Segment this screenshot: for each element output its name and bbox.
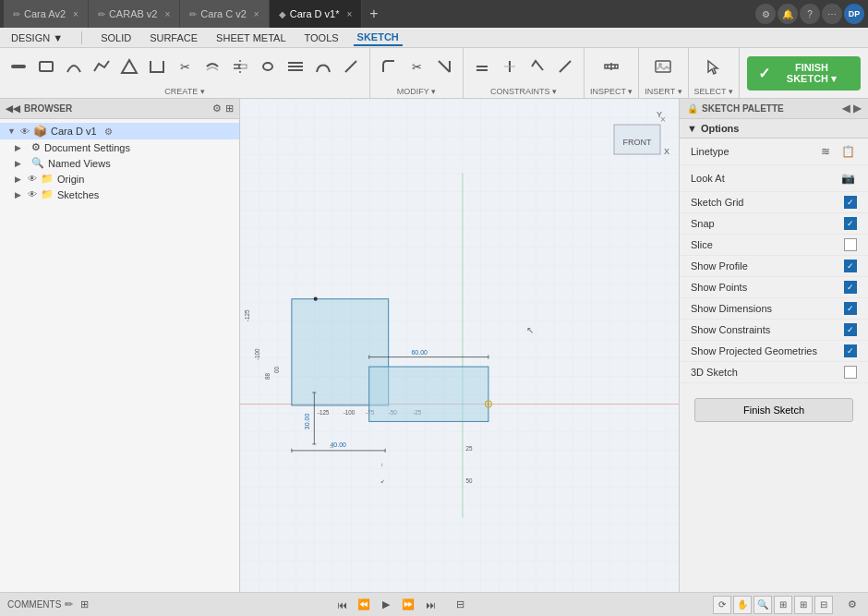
tab-close-2[interactable]: ×	[164, 9, 170, 19]
tree-root-settings-icon[interactable]: ⚙	[104, 127, 113, 137]
palette-checkbox-showdimensions[interactable]: ✓	[844, 302, 857, 315]
view-btn-zoom[interactable]: 🔍	[753, 596, 772, 614]
playback-next[interactable]: ⏩	[400, 597, 416, 613]
view-btn-more[interactable]: ⊟	[814, 596, 833, 614]
browser-collapse-icon[interactable]: ◀◀	[6, 103, 20, 114]
tree-item-doc-settings[interactable]: ▶ ⚙ Document Settings	[0, 139, 239, 155]
create-conic-icon[interactable]	[310, 54, 336, 79]
constraint-1-icon[interactable]	[469, 54, 495, 79]
create-slot-icon[interactable]	[255, 54, 281, 79]
inspect-measure-icon[interactable]	[598, 54, 624, 79]
create-channel-icon[interactable]	[144, 54, 170, 79]
palette-checkbox-showprofile[interactable]: ✓	[844, 260, 857, 272]
tab-cara-dv1[interactable]: ◆ Cara D v1* ×	[270, 0, 363, 28]
create-mirror-icon[interactable]	[227, 54, 253, 79]
palette-options-label: Options	[701, 123, 740, 134]
viewcube[interactable]: Y X FRONT ×	[607, 106, 671, 171]
modify-fillet-icon[interactable]	[376, 54, 402, 79]
tree-eye-root[interactable]: 👁	[20, 127, 30, 137]
modify-extend-icon[interactable]	[431, 54, 457, 79]
tree-item-sketches[interactable]: ▶ 👁 📁 Sketches	[0, 187, 239, 202]
finish-sketch-button[interactable]: ✓ FINISH SKETCH ▾	[747, 56, 861, 91]
playback-next-end[interactable]: ⏭	[422, 597, 439, 613]
playback-play[interactable]: ▶	[378, 597, 394, 613]
constraint-4-icon[interactable]	[552, 54, 578, 79]
palette-options-header[interactable]: ▼ Options	[680, 119, 868, 139]
tab-cara-cv2[interactable]: ✏ Cara C v2 ×	[180, 0, 269, 28]
tab-close-4[interactable]: ×	[347, 9, 353, 19]
modify-trim-icon[interactable]: ✂	[404, 54, 429, 79]
menu-solid[interactable]: SOLID	[97, 30, 135, 45]
design-menu[interactable]: DESIGN ▼	[7, 30, 66, 45]
view-btn-orbit[interactable]: ⟳	[713, 596, 731, 614]
palette-finish-sketch-button[interactable]: Finish Sketch	[694, 398, 853, 422]
bottom-expand-icon[interactable]: ⊞	[80, 598, 89, 610]
browser-settings-icon[interactable]: ⚙	[212, 103, 222, 115]
palette-controls-lookat: 📷	[838, 169, 857, 187]
tree-item-named-views[interactable]: ▶ 🔍 Named Views	[0, 155, 239, 171]
user-avatar[interactable]: DP	[844, 4, 864, 24]
create-line-icon[interactable]	[6, 54, 31, 79]
tab-ctrl-help[interactable]: ?	[800, 4, 820, 24]
create-triangle-icon[interactable]	[116, 54, 142, 79]
modify-label: MODIFY ▾	[397, 85, 436, 96]
tree-view-icon: 🔍	[31, 157, 44, 169]
palette-finish-area: Finish Sketch	[680, 383, 868, 437]
tree-eye-origin[interactable]: 👁	[28, 174, 37, 184]
palette-nav-next[interactable]: ▶	[853, 103, 861, 115]
tab-carab-v2[interactable]: ✏ CARAB v2 ×	[89, 0, 180, 28]
comments-add-icon[interactable]: ✏	[65, 598, 73, 610]
menu-sheet-metal[interactable]: SHEET METAL	[212, 30, 289, 45]
tab-ctrl-notification[interactable]: 🔔	[778, 4, 798, 24]
palette-nav-prev[interactable]: ◀	[842, 103, 850, 115]
create-polyline-icon[interactable]	[89, 54, 115, 79]
view-btn-grid[interactable]: ⊞	[794, 596, 813, 614]
palette-checkbox-snap[interactable]: ✓	[844, 217, 857, 230]
create-rectangle-icon[interactable]	[33, 54, 59, 79]
view-btn-fit[interactable]: ⊞	[774, 596, 792, 614]
create-arc-icon[interactable]	[61, 54, 87, 79]
tree-item-origin[interactable]: ▶ 👁 📁 Origin	[0, 171, 239, 187]
playback-prev[interactable]: ⏪	[356, 597, 372, 613]
canvas-area[interactable]: -125 -100 88 00 -125 -100 -75 -50 -25 25…	[240, 99, 679, 592]
timeline-filter-icon[interactable]: ⊟	[452, 597, 468, 613]
tab-cara-av2[interactable]: ✏ Cara Av2 ×	[4, 0, 89, 28]
palette-lookat-icon[interactable]: 📷	[838, 169, 857, 187]
playback-prev-start[interactable]: ⏮	[333, 597, 350, 613]
constraint-3-icon[interactable]	[524, 54, 550, 79]
constraint-2-icon[interactable]	[497, 54, 523, 79]
tab-close-3[interactable]: ×	[254, 9, 259, 19]
tab-label-3: Cara C v2	[200, 8, 247, 19]
palette-linetype-icon2[interactable]: 📋	[838, 142, 857, 161]
palette-controls-linetype: ≋ 📋	[816, 142, 857, 161]
tab-ctrl-settings[interactable]: ⚙	[755, 4, 776, 24]
palette-row-showpoints: Show Points ✓	[680, 277, 868, 298]
palette-checkbox-showprojected[interactable]: ✓	[844, 344, 857, 357]
svg-text:×: ×	[660, 115, 666, 125]
create-constraints-icon[interactable]	[283, 54, 308, 79]
insert-image-icon[interactable]	[650, 54, 676, 79]
palette-checkbox-3dsketch[interactable]	[844, 366, 857, 379]
select-icon[interactable]	[701, 54, 727, 79]
create-trim-icon[interactable]: ✂	[172, 54, 198, 79]
browser-expand-icon[interactable]: ⊞	[225, 103, 234, 115]
palette-checkbox-showpoints[interactable]: ✓	[844, 281, 857, 294]
bottom-bar: COMMENTS ✏ ⊞ ⏮ ⏪ ▶ ⏩ ⏭ ⊟ ⟳ ✋ 🔍 ⊞ ⊞ ⊟ ⚙	[0, 592, 868, 616]
menu-sketch[interactable]: SKETCH	[354, 30, 403, 46]
tab-ctrl-more[interactable]: ⋯	[822, 4, 842, 24]
tab-close-1[interactable]: ×	[73, 9, 78, 19]
menu-surface[interactable]: SURFACE	[146, 30, 201, 45]
palette-label-showdimensions: Show Dimensions	[691, 303, 772, 314]
tab-add-button[interactable]: +	[362, 6, 385, 22]
bottom-settings-icon[interactable]: ⚙	[844, 597, 861, 613]
palette-checkbox-showconstraints[interactable]: ✓	[844, 323, 857, 336]
create-offset-icon[interactable]	[199, 54, 225, 79]
view-btn-pan[interactable]: ✋	[733, 596, 752, 614]
palette-linetype-icon1[interactable]: ≋	[816, 142, 835, 161]
create-text-icon[interactable]	[338, 54, 364, 79]
palette-checkbox-sketchgrid[interactable]: ✓	[844, 196, 857, 209]
palette-checkbox-slice[interactable]	[844, 238, 857, 251]
menu-tools[interactable]: TOOLS	[301, 30, 343, 45]
tree-eye-sketches[interactable]: 👁	[28, 189, 37, 199]
tree-root-item[interactable]: ▼ 👁 📦 Cara D v1 ⚙	[0, 123, 239, 139]
